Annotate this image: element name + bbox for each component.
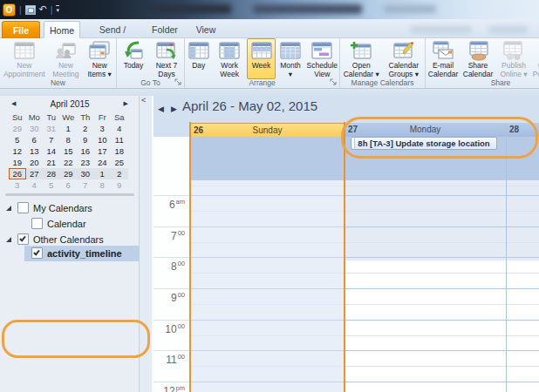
next-week-icon[interactable]: ▶	[171, 105, 177, 113]
day-column-tuesday[interactable]	[506, 180, 539, 392]
minical-day[interactable]: 4	[26, 180, 44, 190]
minical-day[interactable]: 20	[26, 158, 44, 167]
minical-day[interactable]: 5	[43, 180, 60, 190]
minical-day[interactable]: 1	[60, 124, 78, 133]
publish-online-button[interactable]: Publish Online ▾	[495, 38, 532, 79]
expand-triangle-icon[interactable]	[6, 206, 11, 211]
minical-day[interactable]: 2	[77, 124, 94, 133]
new-items-button[interactable]: New Items ▾	[83, 38, 116, 79]
minical-day[interactable]: 13	[26, 146, 44, 156]
qat-dropdown-icon[interactable]: ▾	[56, 5, 59, 14]
my-calendars-checkbox[interactable]	[17, 202, 29, 213]
minical-day[interactable]: 9	[77, 135, 94, 145]
minical-day[interactable]: 23	[77, 158, 94, 167]
minical-week-row: 3456789	[9, 179, 128, 191]
minical-day[interactable]: 27	[26, 169, 44, 179]
minical-day[interactable]: 29	[60, 169, 78, 179]
expand-triangle-icon[interactable]	[6, 237, 11, 242]
email-calendar-button[interactable]: E-mail Calendar	[426, 38, 461, 79]
day-column-sunday[interactable]	[190, 180, 345, 392]
minical-day[interactable]: 30	[26, 124, 44, 133]
collapse-pane-icon[interactable]: <	[141, 96, 146, 105]
minical-day[interactable]: 19	[9, 158, 26, 167]
day-header-sunday[interactable]: 26 Sunday	[190, 123, 345, 137]
minical-day[interactable]: 14	[43, 146, 60, 156]
calendar-checkbox[interactable]	[31, 218, 43, 229]
calendar-permissions-button[interactable]: Calendar Permissions	[532, 38, 539, 79]
tab-view[interactable]: View	[188, 21, 223, 38]
qat-separator: |	[51, 5, 53, 15]
minical-day[interactable]: 6	[26, 135, 44, 145]
minical-day[interactable]: 12	[9, 146, 26, 156]
minical-day[interactable]: 28	[43, 169, 60, 179]
today-icon	[122, 40, 145, 61]
minical-day[interactable]: 3	[94, 124, 112, 133]
minical-day[interactable]: 21	[43, 158, 60, 167]
minical-month-label: April 2015	[50, 99, 89, 109]
share-calendar-button[interactable]: Share Calendar	[461, 38, 495, 79]
calendar-date-range-title: April 26 - May 02, 2015	[182, 98, 317, 113]
previous-week-icon[interactable]: ◀	[158, 105, 164, 113]
calendar-groups-button[interactable]: Calendar Groups ▾	[383, 38, 426, 79]
minical-day[interactable]: 18	[111, 146, 128, 156]
tab-home[interactable]: Home	[44, 21, 80, 38]
send-receive-icon[interactable]	[25, 5, 36, 15]
tree-item-calendar[interactable]: Calendar	[0, 217, 140, 231]
work-week-view-button[interactable]: Work Week	[212, 38, 246, 79]
minical-day[interactable]: 5	[9, 135, 26, 145]
minical-day[interactable]: 25	[111, 158, 128, 167]
other-calendars-checkbox[interactable]	[17, 233, 29, 245]
minical-day[interactable]: 8	[94, 180, 112, 190]
tree-group-my-calendars[interactable]: My Calendars	[0, 201, 140, 215]
day-view-button[interactable]: Day	[185, 38, 212, 79]
minical-day-today[interactable]: 26	[9, 168, 26, 179]
ribbon-group-new: New Appointment New Meeting New Items ▾ …	[0, 38, 117, 88]
minical-day[interactable]: 2	[111, 169, 128, 179]
new-appointment-button[interactable]: New Appointment	[0, 38, 49, 79]
minical-day[interactable]: 31	[43, 124, 60, 133]
minical-next-month-icon[interactable]: ▶	[124, 100, 128, 107]
tree-group-other-calendars[interactable]: Other Calendars	[0, 233, 140, 247]
minical-day[interactable]: 30	[77, 169, 94, 179]
undo-icon[interactable]: ↶	[39, 3, 47, 16]
minical-day[interactable]: 22	[60, 158, 78, 167]
minical-day[interactable]: 11	[111, 135, 128, 145]
tab-send-receive[interactable]: Send / Receive	[84, 21, 141, 38]
minical-day[interactable]: 6	[60, 180, 78, 190]
tree-item-activity-timeline[interactable]: activity_timeline	[0, 247, 140, 260]
button-label: ▾	[289, 71, 292, 79]
activity-timeline-checkbox[interactable]	[31, 247, 43, 259]
month-view-button[interactable]: Month ▾	[276, 38, 304, 79]
goto-dialog-launcher-icon[interactable]	[174, 78, 182, 86]
minical-day[interactable]: 4	[111, 124, 128, 133]
open-calendar-button[interactable]: Open Calendar ▾	[340, 38, 383, 79]
minical-day[interactable]: 29	[9, 124, 26, 133]
today-button[interactable]: Today	[117, 38, 150, 79]
minical-prev-month-icon[interactable]: ◀	[11, 100, 16, 107]
minical-day[interactable]: 8	[60, 135, 78, 145]
minical-day[interactable]: 9	[111, 180, 128, 190]
redacted-title-text	[148, 4, 231, 14]
minical-day[interactable]: 17	[94, 146, 112, 156]
button-label: Calendar ▾	[344, 71, 379, 79]
minical-day[interactable]: 15	[60, 146, 78, 156]
minical-day[interactable]: 7	[77, 180, 94, 190]
minical-day[interactable]: 10	[94, 135, 112, 145]
publish-online-icon	[502, 40, 525, 61]
next-7-days-button[interactable]: Next 7 Days	[150, 38, 183, 79]
weekday-label: Su	[9, 112, 26, 122]
pane-splitter-grip[interactable]	[5, 193, 134, 196]
week-view-button[interactable]: Week	[247, 38, 276, 79]
tab-folder[interactable]: Folder	[145, 21, 185, 38]
new-meeting-button[interactable]: New Meeting	[49, 38, 84, 79]
tab-file[interactable]: File	[2, 21, 40, 38]
minical-day[interactable]: 1	[94, 169, 112, 179]
ribbon-group-goto: Today Next 7 Days Go To	[117, 38, 185, 88]
minical-day[interactable]: 16	[77, 146, 94, 156]
minical-day[interactable]: 3	[9, 180, 26, 190]
minical-day[interactable]: 24	[94, 158, 112, 167]
day-column-monday[interactable]	[345, 180, 506, 392]
schedule-view-button[interactable]: Schedule View	[305, 38, 339, 79]
minical-day[interactable]: 7	[43, 135, 60, 145]
arrange-dialog-launcher-icon[interactable]	[330, 78, 338, 86]
